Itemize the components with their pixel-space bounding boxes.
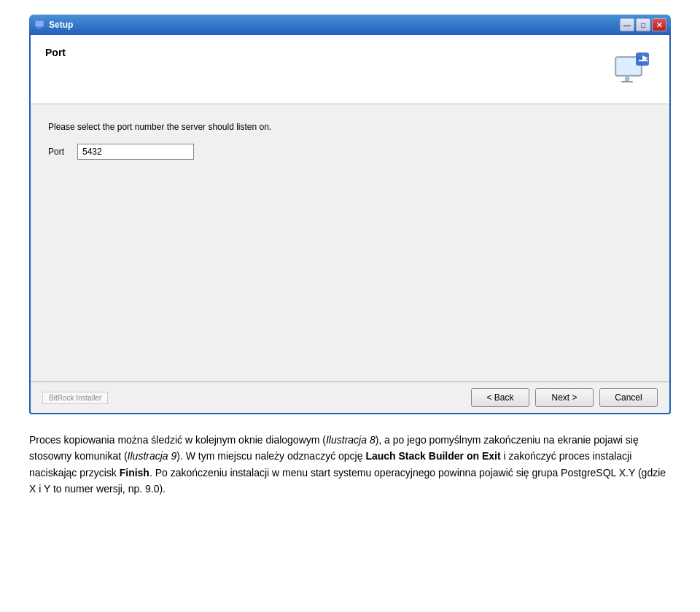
- bold-text-1: Lauch Stack Builder on Exit: [365, 450, 500, 462]
- svg-rect-6: [621, 81, 633, 82]
- next-button[interactable]: Next >: [535, 388, 594, 407]
- header-icon-area: [608, 47, 655, 93]
- maximize-button[interactable]: □: [636, 18, 650, 31]
- illustration2-ref: Ilustracja 9: [128, 450, 177, 462]
- setup-icon: [34, 19, 45, 31]
- svg-rect-5: [625, 76, 629, 81]
- brand-label: BitRock Installer: [42, 392, 108, 404]
- body-text-part1c: ). W tym miejscu należy odznaczyć opcję: [176, 450, 365, 462]
- illustration1-ref: Ilustracja 8: [326, 434, 376, 446]
- bold-text-2: Finish: [120, 467, 149, 479]
- svg-rect-1: [38, 27, 41, 28]
- title-controls: — □ ✕: [620, 18, 666, 31]
- body-text-area: Proces kopiowania można śledzić w kolejn…: [0, 414, 700, 512]
- title-bar-left: Setup: [34, 19, 73, 31]
- dialog-body: Port Please select t: [29, 35, 671, 414]
- port-input[interactable]: [77, 144, 194, 160]
- dialog-footer: BitRock Installer < Back Next > Cancel: [31, 381, 669, 413]
- title-bar: Setup — □ ✕: [29, 15, 671, 35]
- close-button[interactable]: ✕: [652, 18, 666, 31]
- body-paragraph: Proces kopiowania można śledzić w kolejn…: [29, 432, 671, 497]
- svg-rect-9: [639, 60, 646, 61]
- dialog-header: Port: [31, 35, 669, 104]
- svg-rect-2: [36, 28, 42, 29]
- window-title: Setup: [49, 20, 73, 30]
- cancel-button[interactable]: Cancel: [599, 388, 658, 407]
- dialog-title: Port: [45, 47, 608, 58]
- svg-rect-0: [35, 20, 44, 27]
- dialog-content: Please select the port number the server…: [31, 104, 669, 381]
- computer-icon: [611, 50, 652, 90]
- port-label: Port: [48, 147, 70, 157]
- header-text: Port: [45, 47, 608, 58]
- body-text-part1: Proces kopiowania można śledzić w kolejn…: [29, 434, 326, 446]
- minimize-button[interactable]: —: [620, 18, 634, 31]
- back-button[interactable]: < Back: [471, 388, 529, 407]
- content-description: Please select the port number the server…: [48, 122, 652, 132]
- port-row: Port: [48, 144, 652, 160]
- footer-buttons: < Back Next > Cancel: [471, 388, 658, 407]
